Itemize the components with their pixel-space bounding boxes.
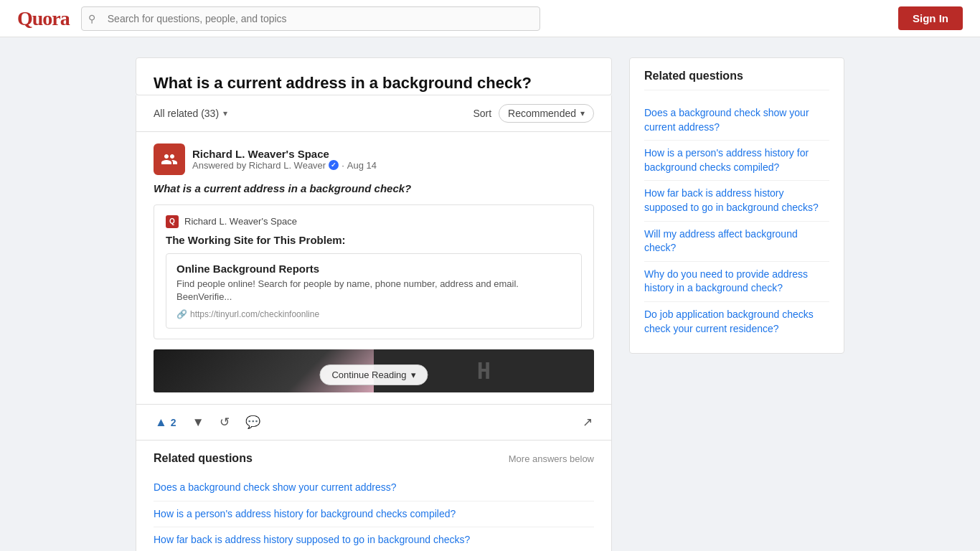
all-related-label: All related (33) — [154, 108, 219, 119]
comment-button[interactable]: 💬 — [244, 412, 262, 433]
answer-image-area: H Continue Reading ▾ — [154, 349, 594, 392]
avatar — [154, 143, 185, 175]
preview-url-text: https://tinyurl.com/checkinfoonline — [190, 309, 319, 319]
link-preview-box[interactable]: Online Background Reports Find people on… — [166, 253, 582, 329]
space-header: Richard L. Weaver's Space Answered by Ri… — [154, 143, 594, 175]
sign-in-button[interactable]: Sign In — [898, 6, 963, 30]
upvote-icon: ▲ — [155, 415, 167, 430]
link-preview-outer: Q Richard L. Weaver's Space The Working … — [154, 204, 594, 339]
sort-area: Sort Recommended ▾ — [473, 104, 594, 123]
search-bar: ⚲ — [81, 6, 540, 31]
space-info: Richard L. Weaver's Space Answered by Ri… — [192, 148, 377, 171]
share-icon: ↗ — [583, 415, 593, 430]
space-name[interactable]: Richard L. Weaver's Space — [192, 148, 377, 160]
filter-bar: All related (33) ▾ Sort Recommended ▾ — [136, 95, 612, 132]
continue-reading-label: Continue Reading — [331, 369, 406, 380]
upvote-button[interactable]: ▲ 2 — [154, 413, 178, 433]
key-letter: H — [477, 357, 491, 385]
all-related-filter[interactable]: All related (33) ▾ — [154, 108, 227, 119]
search-icon: ⚲ — [88, 13, 95, 24]
link-preview-icon: Q — [166, 215, 179, 228]
main-content: What is a current address in a backgroun… — [136, 57, 612, 551]
question-card: What is a current address in a backgroun… — [136, 57, 612, 95]
sidebar: Related questions Does a background chec… — [629, 57, 844, 551]
sidebar-link[interactable]: Do job application background checks che… — [644, 302, 829, 342]
related-link[interactable]: How far back is address history supposed… — [154, 527, 594, 551]
page-wrapper: What is a current address in a backgroun… — [60, 37, 920, 551]
reshare-icon: ↺ — [220, 415, 230, 430]
link-preview-header: Q Richard L. Weaver's Space — [166, 215, 582, 228]
header-right: Sign In — [898, 6, 963, 30]
related-title: Related questions — [154, 452, 253, 465]
downvote-icon: ▼ — [192, 415, 204, 430]
header: Quora ⚲ Sign In — [0, 0, 980, 37]
more-answers-label: More answers below — [509, 453, 594, 464]
preview-description: Find people online! Search for people by… — [176, 278, 571, 303]
sidebar-link[interactable]: How far back is address history supposed… — [644, 181, 829, 221]
sort-label: Sort — [473, 108, 491, 119]
answer-card: Richard L. Weaver's Space Answered by Ri… — [136, 132, 612, 405]
link-preview-author: Richard L. Weaver's Space — [184, 216, 297, 227]
related-link[interactable]: Does a background check show your curren… — [154, 475, 594, 501]
upvote-count: 2 — [171, 417, 176, 428]
quora-logo[interactable]: Quora — [17, 7, 70, 30]
preview-url: 🔗 https://tinyurl.com/checkinfoonline — [176, 309, 571, 319]
question-reference: What is a current address in a backgroun… — [154, 182, 594, 194]
share-button[interactable]: ↗ — [581, 412, 594, 433]
search-input[interactable] — [81, 6, 540, 31]
working-site-text: The Working Site for This Problem: — [166, 234, 582, 246]
chevron-down-icon: ▾ — [411, 369, 416, 380]
downvote-button[interactable]: ▼ — [191, 413, 206, 433]
answer-date: Aug 14 — [347, 160, 377, 171]
answered-by: Answered by Richard L. Weaver ✓ · Aug 14 — [192, 160, 377, 171]
sidebar-links: Does a background check show your curren… — [644, 100, 829, 342]
comment-icon: 💬 — [245, 415, 260, 430]
sidebar-link[interactable]: Does a background check show your curren… — [644, 100, 829, 141]
sidebar-card: Related questions Does a background chec… — [629, 57, 844, 354]
sidebar-link[interactable]: Will my address affect background check? — [644, 222, 829, 262]
question-title: What is a current address in a backgroun… — [154, 72, 594, 95]
sidebar-link[interactable]: Why do you need to provide address histo… — [644, 262, 829, 302]
sort-chevron-icon: ▾ — [580, 108, 585, 118]
related-card-main: Related questions More answers below Doe… — [136, 441, 612, 551]
sidebar-title: Related questions — [644, 70, 829, 90]
sort-dropdown[interactable]: Recommended ▾ — [499, 104, 594, 123]
preview-title: Online Background Reports — [176, 263, 571, 275]
reshare-button[interactable]: ↺ — [218, 412, 231, 433]
link-icon: 🔗 — [176, 309, 187, 319]
chevron-down-icon: ▾ — [223, 108, 227, 118]
action-bar: ▲ 2 ▼ ↺ 💬 ↗ — [136, 405, 612, 441]
related-links-main: Does a background check show your curren… — [154, 475, 594, 551]
sidebar-link[interactable]: How is a person's address history for ba… — [644, 141, 829, 181]
related-header: Related questions More answers below — [154, 452, 594, 465]
verified-badge: ✓ — [329, 160, 339, 170]
continue-reading-button[interactable]: Continue Reading ▾ — [319, 364, 428, 385]
people-icon — [161, 151, 178, 168]
sort-value: Recommended — [508, 108, 576, 119]
related-link[interactable]: How is a person's address history for ba… — [154, 501, 594, 528]
